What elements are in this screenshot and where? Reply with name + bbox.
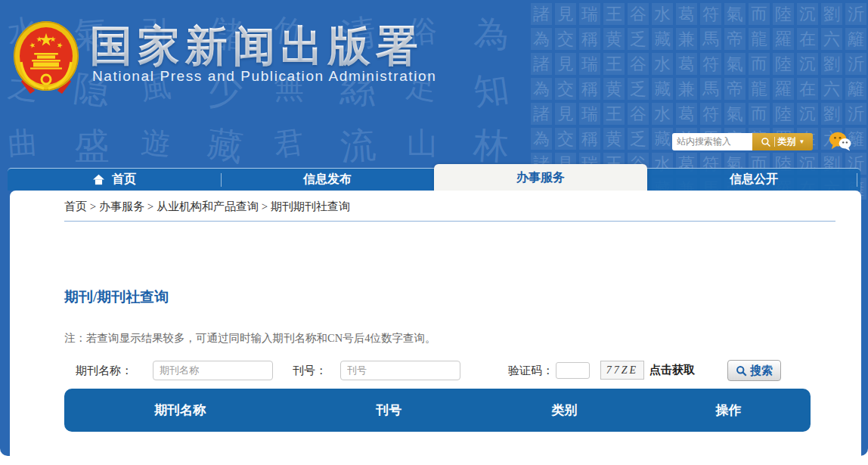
issue-number-input[interactable] xyxy=(340,361,460,380)
results-table-header: 期刊名称 刊号 类别 操作 xyxy=(64,389,811,432)
search-category-button[interactable]: 类别 ▼ xyxy=(752,133,813,150)
nav-item-label: 信息发布 xyxy=(303,172,352,188)
search-divider xyxy=(774,137,775,147)
chevron-down-icon: ▼ xyxy=(799,138,805,145)
search-icon xyxy=(736,365,747,377)
nav-item-label: 信息公开 xyxy=(730,172,778,188)
main-nav: 首页 信息发布 办事服务 信息公开 xyxy=(8,168,860,191)
captcha-label: 验证码： xyxy=(508,364,553,378)
journal-name-label: 期刊名称： xyxy=(76,364,132,378)
nav-item-home[interactable]: 首页 xyxy=(8,169,221,191)
site-subtitle-en: National Press and Publication Administr… xyxy=(92,68,436,85)
page: 水氣引儲竹清俗為之隐風少無絲足知曲盛遊藏君流山林 諸見瑞王谷水葛符氣而陸沉劉沂為… xyxy=(0,0,868,465)
site-title: 国家新闻出版署 xyxy=(90,18,423,76)
captcha-refresh-link[interactable]: 点击获取 xyxy=(649,363,695,377)
journal-name-input[interactable] xyxy=(153,361,273,380)
wechat-icon[interactable] xyxy=(829,131,851,152)
column-header-issue-number: 刊号 xyxy=(296,401,482,419)
search-category-label: 类别 xyxy=(778,135,796,148)
national-emblem-logo[interactable] xyxy=(12,20,80,95)
nav-item-label: 办事服务 xyxy=(516,170,565,186)
page-title: 期刊/期刊社查询 xyxy=(64,287,169,307)
site-search: 类别 ▼ xyxy=(672,133,813,150)
nav-item-services[interactable]: 办事服务 xyxy=(434,164,647,191)
seal-grid-watermark: 諸見瑞王谷水葛符氣而陸沉劉沂為交稱黄乏藏兼馬帝龍羅在六籬諸見瑞王谷水葛符氣而陸沉… xyxy=(529,0,868,191)
nav-separator xyxy=(857,173,857,187)
nav-item-news[interactable]: 信息发布 xyxy=(221,169,434,191)
captcha-image[interactable]: 77ZE xyxy=(600,361,644,380)
nav-item-disclosure[interactable]: 信息公开 xyxy=(647,169,860,191)
search-icon xyxy=(761,137,771,147)
nav-separator xyxy=(221,173,222,187)
home-icon xyxy=(92,174,105,185)
nav-item-label: 首页 xyxy=(112,172,136,188)
column-header-category: 类别 xyxy=(482,401,646,419)
search-form: 期刊名称： 刊号： 验证码： 77ZE 点击获取 搜索 xyxy=(10,360,861,383)
breadcrumb[interactable]: 首页 > 办事服务 > 从业机构和产品查询 > 期刊期刊社查询 xyxy=(64,200,350,214)
breadcrumb-rule xyxy=(64,221,835,222)
search-button-label: 搜索 xyxy=(750,364,773,378)
issue-number-label: 刊号： xyxy=(293,364,327,378)
site-search-input[interactable] xyxy=(672,133,752,150)
captcha-input[interactable] xyxy=(556,362,590,379)
column-header-journal-name: 期刊名称 xyxy=(64,401,296,419)
search-note: 注：若查询显示结果较多，可通过同时输入期刊名称和CN号后4位数字查询。 xyxy=(64,331,436,346)
search-button[interactable]: 搜索 xyxy=(727,360,781,381)
content-panel: 首页 > 办事服务 > 从业机构和产品查询 > 期刊期刊社查询 期刊/期刊社查询… xyxy=(10,191,861,465)
column-header-actions: 操作 xyxy=(646,401,811,419)
